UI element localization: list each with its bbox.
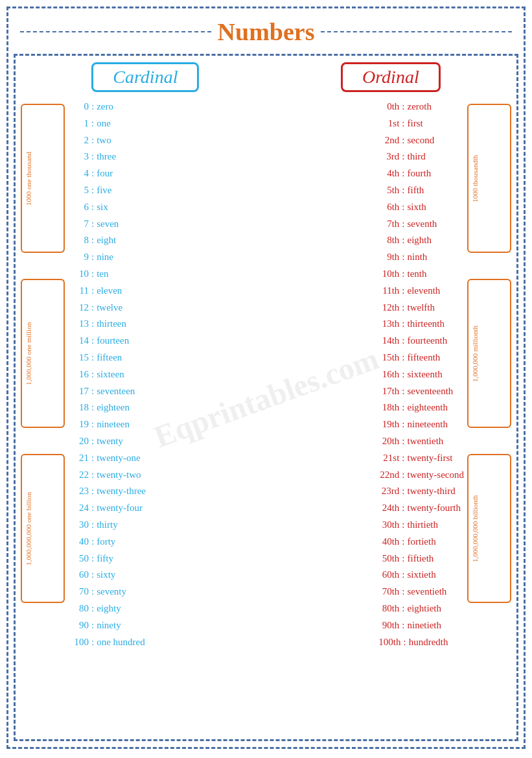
ordinal-digit: 30th (378, 517, 399, 534)
ordinal-row: 12th : twelfth (378, 300, 464, 316)
ordinal-sep: : (402, 266, 404, 283)
cardinal-digit: 4 (68, 165, 89, 182)
cardinal-digit: 10 (68, 266, 89, 283)
ordinal-sep: : (402, 567, 404, 584)
cardinal-digit: 9 (68, 249, 89, 266)
cardinal-column: 0 : zero1 : one2 : two3 : three4 : four5… (68, 99, 146, 650)
ordinal-sep: : (402, 300, 404, 316)
ordinal-sep: : (402, 433, 404, 450)
cardinal-sep: : (91, 634, 94, 651)
ordinal-word: first (408, 115, 423, 132)
ordinal-row: 2nd : second (378, 132, 464, 149)
ordinal-digit: 21st (378, 450, 399, 467)
cardinal-row: 90 : ninety (68, 617, 146, 634)
ordinal-digit: 7th (378, 216, 399, 233)
ordinal-word: twenty-fourth (408, 500, 461, 517)
ordinal-sep: : (402, 517, 404, 534)
ordinal-digit: 2nd (378, 132, 399, 149)
ordinal-digit: 60th (378, 567, 399, 584)
ordinal-word: fourth (408, 165, 432, 182)
cardinal-row: 100 : one hundred (68, 634, 146, 651)
cardinal-row: 2 : two (68, 132, 146, 149)
ordinal-word: nineteenth (408, 416, 448, 433)
ordinal-digit: 70th (378, 584, 399, 600)
ordinal-sep: : (402, 584, 404, 600)
ordinal-word: sixtieth (408, 567, 436, 584)
cardinal-row: 14 : fourteen (68, 333, 146, 349)
ordinal-word: seventeenth (408, 383, 454, 400)
ordinal-sep: : (402, 366, 404, 383)
ordinal-sep: : (402, 416, 404, 433)
cardinal-sep: : (91, 115, 94, 132)
ordinal-word: sixth (408, 199, 426, 216)
cardinal-sep: : (91, 165, 94, 182)
ordinal-row: 50th : fiftieth (378, 551, 464, 567)
ordinal-row: 13th : thirteenth (378, 316, 464, 333)
cardinal-row: 7 : seven (68, 216, 146, 233)
ordinal-sep: : (404, 634, 406, 651)
cardinal-digit: 30 (68, 517, 89, 534)
ordinal-sep: : (402, 551, 404, 567)
ordinal-word: seventieth (408, 584, 447, 600)
cardinal-word: eight (97, 232, 116, 249)
cardinal-word: sixteen (97, 366, 124, 383)
ordinal-word: fourteenth (408, 333, 448, 349)
cardinal-sep: : (91, 600, 94, 617)
ordinal-digit: 1st (378, 115, 399, 132)
cardinal-row: 16 : sixteen (68, 366, 146, 383)
ordinal-digit: 11th (378, 283, 399, 300)
ordinal-word: tenth (408, 266, 427, 283)
ordinal-word: eightieth (408, 600, 442, 617)
cardinal-row: 8 : eight (68, 232, 146, 249)
cardinal-digit: 3 (68, 148, 89, 165)
ordinal-word: thirteenth (408, 316, 445, 333)
cardinal-sep: : (91, 416, 94, 433)
ordinal-row: 17th : seventeenth (378, 383, 464, 400)
cardinal-word: two (97, 132, 111, 149)
cardinal-row: 23 : twenty-three (68, 483, 146, 500)
cardinal-digit: 24 (68, 500, 89, 517)
ordinal-sep: : (402, 534, 404, 551)
ordinal-word: fifteenth (408, 349, 441, 366)
ordinal-digit: 80th (378, 600, 399, 617)
side-label-thousand: 1000 one thousand (21, 104, 65, 253)
ordinal-digit: 16th (378, 366, 399, 383)
ordinal-word: ninth (408, 249, 428, 266)
ordinal-word: fortieth (408, 534, 436, 551)
ordinal-digit: 17th (378, 383, 399, 400)
ordinal-sep: : (402, 216, 404, 233)
cardinal-sep: : (91, 399, 94, 416)
ordinal-digit: 90th (378, 617, 399, 634)
ordinal-word: seventh (408, 216, 437, 233)
ordinal-sep: : (402, 249, 404, 266)
cardinal-row: 6 : six (68, 199, 146, 216)
ordinal-row: 20th : twentieth (378, 433, 464, 450)
ordinal-row: 19th : nineteenth (378, 416, 464, 433)
cardinal-sep: : (91, 500, 94, 517)
page-title: Numbers (218, 18, 315, 46)
cardinal-sep: : (91, 383, 94, 400)
ordinal-digit: 23rd (378, 483, 399, 500)
cardinal-row: 20 : twenty (68, 433, 146, 450)
cardinal-row: 15 : fifteen (68, 349, 146, 366)
cardinal-word: fifteen (97, 349, 122, 366)
cardinal-digit: 80 (68, 600, 89, 617)
cardinal-word: four (97, 165, 113, 182)
ordinal-word: hundredth (409, 634, 448, 651)
left-side-wrapper: 1000 one thousand 1,000,000 one million … (21, 99, 65, 650)
ordinal-word: fiftieth (408, 551, 434, 567)
outer-border: Numbers Eqprintables.com Cardinal Ordina… (6, 6, 526, 749)
ordinal-word: thirtieth (408, 517, 439, 534)
cardinal-row: 4 : four (68, 165, 146, 182)
ordinal-sep: : (402, 316, 404, 333)
cardinal-row: 18 : eighteen (68, 399, 146, 416)
cardinal-digit: 19 (68, 416, 89, 433)
side-label-billion: 1,000,000,000 one billion (21, 454, 65, 603)
ordinal-row: 80th : eightieth (378, 600, 464, 617)
right-side-wrapper: 1000 thousandth 1,000,000 millionth 1,00… (467, 99, 511, 650)
cardinal-digit: 22 (68, 467, 89, 484)
cardinal-word: eighteen (97, 399, 130, 416)
ordinal-sep: : (402, 115, 404, 132)
cardinal-sep: : (91, 283, 94, 300)
cardinal-row: 1 : one (68, 115, 146, 132)
